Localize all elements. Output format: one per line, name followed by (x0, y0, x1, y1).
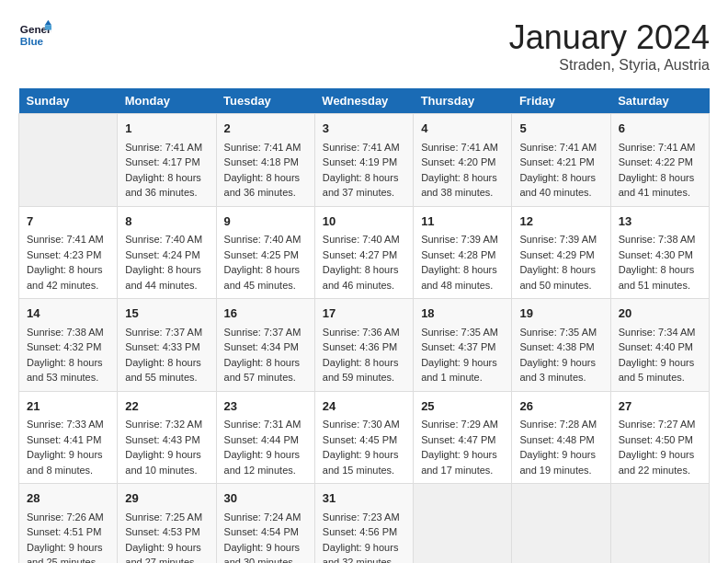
header-sunday: Sunday (19, 88, 118, 114)
day-number: 1 (125, 120, 208, 138)
day-number: 4 (421, 120, 504, 138)
day-info: Sunrise: 7:24 AM Sunset: 4:54 PM Dayligh… (224, 510, 307, 564)
calendar-cell: 29Sunrise: 7:25 AM Sunset: 4:53 PM Dayli… (118, 484, 216, 564)
calendar-cell: 17Sunrise: 7:36 AM Sunset: 4:36 PM Dayli… (314, 299, 413, 392)
day-info: Sunrise: 7:23 AM Sunset: 4:56 PM Dayligh… (323, 510, 405, 564)
calendar-header-row: SundayMondayTuesdayWednesdayThursdayFrid… (19, 88, 710, 114)
day-number: 20 (619, 304, 701, 323)
day-info: Sunrise: 7:39 AM Sunset: 4:28 PM Dayligh… (421, 232, 504, 293)
calendar-cell: 8Sunrise: 7:40 AM Sunset: 4:24 PM Daylig… (118, 206, 216, 299)
day-info: Sunrise: 7:41 AM Sunset: 4:22 PM Dayligh… (619, 140, 701, 201)
calendar-cell: 10Sunrise: 7:40 AM Sunset: 4:27 PM Dayli… (314, 206, 413, 299)
calendar-cell (19, 114, 118, 207)
day-number: 15 (125, 304, 208, 323)
day-info: Sunrise: 7:29 AM Sunset: 4:47 PM Dayligh… (421, 417, 504, 477)
calendar-cell: 21Sunrise: 7:33 AM Sunset: 4:41 PM Dayli… (19, 391, 118, 484)
day-number: 13 (619, 213, 701, 231)
day-info: Sunrise: 7:35 AM Sunset: 4:38 PM Dayligh… (519, 325, 602, 385)
title-area: January 2024 Straden, Styria, Austria (509, 18, 710, 74)
day-info: Sunrise: 7:41 AM Sunset: 4:19 PM Dayligh… (323, 140, 405, 201)
day-info: Sunrise: 7:25 AM Sunset: 4:53 PM Dayligh… (125, 510, 208, 564)
day-number: 25 (421, 397, 504, 416)
day-number: 3 (323, 120, 405, 138)
day-number: 18 (421, 304, 504, 323)
day-number: 29 (125, 489, 208, 508)
day-info: Sunrise: 7:30 AM Sunset: 4:45 PM Dayligh… (323, 417, 405, 477)
logo-icon: General Blue (18, 18, 51, 52)
calendar-cell: 19Sunrise: 7:35 AM Sunset: 4:38 PM Dayli… (512, 299, 610, 392)
calendar-cell: 5Sunrise: 7:41 AM Sunset: 4:21 PM Daylig… (512, 114, 610, 207)
day-info: Sunrise: 7:40 AM Sunset: 4:25 PM Dayligh… (224, 232, 307, 293)
calendar-week-row: 1Sunrise: 7:41 AM Sunset: 4:17 PM Daylig… (19, 114, 710, 207)
calendar-week-row: 21Sunrise: 7:33 AM Sunset: 4:41 PM Dayli… (19, 391, 710, 484)
day-number: 14 (27, 304, 109, 323)
main-title: January 2024 (509, 18, 710, 57)
calendar-cell: 26Sunrise: 7:28 AM Sunset: 4:48 PM Dayli… (512, 391, 610, 484)
day-info: Sunrise: 7:41 AM Sunset: 4:17 PM Dayligh… (125, 140, 208, 201)
day-number: 23 (224, 397, 307, 416)
calendar-cell (512, 484, 610, 564)
day-info: Sunrise: 7:38 AM Sunset: 4:32 PM Dayligh… (27, 325, 109, 385)
day-info: Sunrise: 7:34 AM Sunset: 4:40 PM Dayligh… (619, 325, 701, 385)
day-number: 5 (519, 120, 602, 138)
calendar-cell: 4Sunrise: 7:41 AM Sunset: 4:20 PM Daylig… (414, 114, 512, 207)
day-number: 31 (323, 489, 405, 508)
day-number: 8 (125, 213, 208, 231)
calendar-cell: 30Sunrise: 7:24 AM Sunset: 4:54 PM Dayli… (216, 484, 314, 564)
header-friday: Friday (512, 88, 610, 114)
calendar-cell: 18Sunrise: 7:35 AM Sunset: 4:37 PM Dayli… (414, 299, 512, 392)
calendar-week-row: 7Sunrise: 7:41 AM Sunset: 4:23 PM Daylig… (19, 206, 710, 299)
calendar-cell (414, 484, 512, 564)
day-number: 19 (519, 304, 602, 323)
calendar-cell: 22Sunrise: 7:32 AM Sunset: 4:43 PM Dayli… (118, 391, 216, 484)
calendar-week-row: 14Sunrise: 7:38 AM Sunset: 4:32 PM Dayli… (19, 299, 710, 392)
day-info: Sunrise: 7:39 AM Sunset: 4:29 PM Dayligh… (519, 232, 602, 293)
day-info: Sunrise: 7:32 AM Sunset: 4:43 PM Dayligh… (125, 417, 208, 477)
calendar-cell: 13Sunrise: 7:38 AM Sunset: 4:30 PM Dayli… (610, 206, 709, 299)
day-info: Sunrise: 7:28 AM Sunset: 4:48 PM Dayligh… (519, 417, 602, 477)
calendar-table: SundayMondayTuesdayWednesdayThursdayFrid… (18, 88, 710, 563)
calendar-cell: 27Sunrise: 7:27 AM Sunset: 4:50 PM Dayli… (610, 391, 709, 484)
header-tuesday: Tuesday (216, 88, 314, 114)
calendar-cell: 20Sunrise: 7:34 AM Sunset: 4:40 PM Dayli… (610, 299, 709, 392)
day-info: Sunrise: 7:41 AM Sunset: 4:20 PM Dayligh… (421, 140, 504, 201)
day-number: 30 (224, 489, 307, 508)
day-info: Sunrise: 7:37 AM Sunset: 4:34 PM Dayligh… (224, 325, 307, 385)
calendar-cell: 31Sunrise: 7:23 AM Sunset: 4:56 PM Dayli… (314, 484, 413, 564)
day-info: Sunrise: 7:40 AM Sunset: 4:27 PM Dayligh… (323, 232, 405, 293)
header-wednesday: Wednesday (314, 88, 413, 114)
day-number: 16 (224, 304, 307, 323)
calendar-cell: 11Sunrise: 7:39 AM Sunset: 4:28 PM Dayli… (414, 206, 512, 299)
day-info: Sunrise: 7:38 AM Sunset: 4:30 PM Dayligh… (619, 232, 701, 293)
calendar-cell: 15Sunrise: 7:37 AM Sunset: 4:33 PM Dayli… (118, 299, 216, 392)
day-number: 27 (619, 397, 701, 416)
day-number: 9 (224, 213, 307, 231)
day-info: Sunrise: 7:35 AM Sunset: 4:37 PM Dayligh… (421, 325, 504, 385)
header-saturday: Saturday (610, 88, 709, 114)
header-monday: Monday (118, 88, 216, 114)
calendar-cell: 23Sunrise: 7:31 AM Sunset: 4:44 PM Dayli… (216, 391, 314, 484)
day-info: Sunrise: 7:40 AM Sunset: 4:24 PM Dayligh… (125, 232, 208, 293)
calendar-cell: 7Sunrise: 7:41 AM Sunset: 4:23 PM Daylig… (19, 206, 118, 299)
day-number: 7 (27, 213, 109, 231)
day-info: Sunrise: 7:41 AM Sunset: 4:21 PM Dayligh… (519, 140, 602, 201)
day-info: Sunrise: 7:36 AM Sunset: 4:36 PM Dayligh… (323, 325, 405, 385)
calendar-cell: 1Sunrise: 7:41 AM Sunset: 4:17 PM Daylig… (118, 114, 216, 207)
calendar-cell: 25Sunrise: 7:29 AM Sunset: 4:47 PM Dayli… (414, 391, 512, 484)
day-number: 28 (27, 489, 109, 508)
svg-marker-3 (45, 25, 51, 29)
day-number: 22 (125, 397, 208, 416)
calendar-cell: 6Sunrise: 7:41 AM Sunset: 4:22 PM Daylig… (610, 114, 709, 207)
day-info: Sunrise: 7:37 AM Sunset: 4:33 PM Dayligh… (125, 325, 208, 385)
svg-text:Blue: Blue (20, 35, 44, 47)
calendar-cell: 3Sunrise: 7:41 AM Sunset: 4:19 PM Daylig… (314, 114, 413, 207)
calendar-cell: 12Sunrise: 7:39 AM Sunset: 4:29 PM Dayli… (512, 206, 610, 299)
day-number: 24 (323, 397, 405, 416)
day-info: Sunrise: 7:33 AM Sunset: 4:41 PM Dayligh… (27, 417, 109, 477)
day-number: 17 (323, 304, 405, 323)
calendar-cell: 24Sunrise: 7:30 AM Sunset: 4:45 PM Dayli… (314, 391, 413, 484)
day-number: 2 (224, 120, 307, 138)
day-info: Sunrise: 7:31 AM Sunset: 4:44 PM Dayligh… (224, 417, 307, 477)
day-number: 10 (323, 213, 405, 231)
day-info: Sunrise: 7:26 AM Sunset: 4:51 PM Dayligh… (27, 510, 109, 564)
